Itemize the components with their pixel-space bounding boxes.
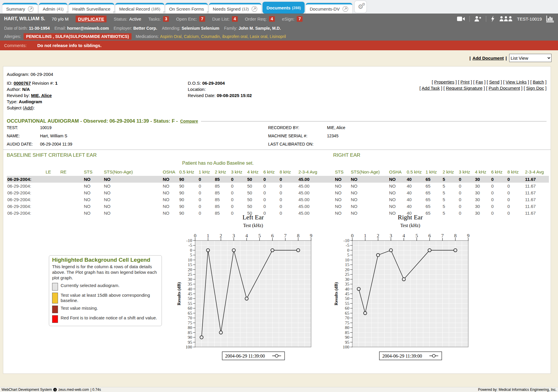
table-cell: 0: [263, 203, 279, 210]
counter-badge[interactable]: 7: [199, 16, 205, 22]
legend-item: Test value at least 15dB above correspon…: [52, 293, 159, 304]
table-cell: 90: [179, 189, 198, 196]
tab-documents[interactable]: Documents(288): [263, 2, 305, 14]
view-mode-select[interactable]: List View: [509, 54, 552, 62]
action-batch[interactable]: Batch: [533, 79, 544, 84]
counter-badge[interactable]: 4: [232, 16, 238, 22]
legend-item: Test value missing.: [52, 306, 159, 313]
table-row[interactable]: 06-29-2004:NONONO900850500045.00NONONO40…: [7, 176, 549, 183]
table-row[interactable]: 06-29-2004:NONONO900850500045.00NONONO40…: [7, 196, 549, 203]
compare-link[interactable]: Compare: [180, 119, 198, 124]
table-cell: 0: [458, 196, 474, 203]
svg-text:30: 30: [188, 277, 192, 282]
legend-text: Test value missing.: [61, 306, 98, 313]
table-cell: 65: [425, 189, 442, 196]
action-fax[interactable]: Fax: [476, 79, 483, 84]
action-properties[interactable]: Properties: [434, 79, 454, 84]
add-document-link[interactable]: Add Document: [472, 56, 504, 61]
medication-item[interactable]: Lasix oral,: [250, 34, 268, 39]
medication-item[interactable]: Coumadin,: [201, 34, 221, 39]
table-cell: 85: [214, 196, 230, 203]
table-cell: 0: [279, 203, 298, 210]
medication-item[interactable]: Calcium,: [184, 34, 200, 39]
divider: [486, 16, 486, 22]
document-id-link[interactable]: 0000767: [14, 81, 31, 86]
svg-text:100: 100: [343, 345, 350, 349]
action-push-document[interactable]: Push Document: [489, 86, 520, 91]
table-cell: 5: [442, 176, 458, 183]
info-icon[interactable]: i: [53, 388, 57, 391]
table-row[interactable]: 06-29-2004:NONONO900850500045.00NONONO40…: [7, 189, 549, 196]
svg-text:80: 80: [188, 325, 192, 330]
status-label: Status:: [114, 16, 127, 21]
info-row: AUDIO DATE:06-29-2004 11:39LAST CALIBRAT…: [7, 142, 545, 150]
info-value: MIE, Alice: [327, 125, 345, 130]
svg-text:Results (dB): Results (dB): [334, 282, 339, 306]
settings-gear-button[interactable]: ⚙ ⚙: [355, 1, 366, 13]
action-view-links[interactable]: View Links: [506, 79, 527, 84]
revised-date-label: Revised Date:: [188, 93, 215, 98]
chart-number: TEST-10019: [517, 16, 542, 21]
cell-legend-title: Highlighted Background Cell Legend: [52, 257, 159, 263]
tab-summary[interactable]: Summary: [2, 3, 38, 14]
id-label: ID:: [7, 81, 12, 86]
info-label: MACHINE SERIAL #:: [268, 134, 307, 138]
svg-text:60: 60: [188, 306, 192, 311]
tab-health-surveillance[interactable]: Health Surveillance: [69, 3, 114, 14]
legend-swatch: [52, 283, 58, 291]
footer-host-link[interactable]: zeus.med-web.com: [58, 388, 89, 392]
quick-actions-button[interactable]: [491, 16, 495, 22]
table-cell: 06-29-2004:: [7, 196, 45, 203]
revised-date-value: 09-08-2025 15:02: [217, 93, 252, 98]
table-cell: 45.00: [298, 189, 334, 196]
demographic-attending: Attending:Selenium Selenium: [162, 26, 219, 31]
table-cell: 5: [442, 189, 458, 196]
table-row[interactable]: 06-29-2004:NONONO900850500045.00NONONO40…: [7, 203, 549, 210]
allergies-value[interactable]: PENICILLINS , SULFA(SULFONAMIDE ANTIBIOT…: [24, 33, 132, 40]
table-cell: 0: [279, 196, 298, 203]
medication-item[interactable]: Aspirin Oral,: [160, 34, 183, 39]
care-team-button[interactable]: [499, 16, 513, 22]
svg-text:1: 1: [207, 233, 210, 238]
flowsheet-button[interactable]: [546, 16, 554, 22]
footer-load-time: | 0.74s: [90, 388, 101, 392]
tab-on-screen-forms[interactable]: On Screen Forms: [165, 3, 208, 14]
action-add-task[interactable]: Add Task: [422, 86, 440, 91]
table-cell: NO: [388, 196, 406, 203]
table-cell: 50: [247, 189, 263, 196]
demographic-value: horner@mieweb.com: [67, 26, 109, 31]
subject-add-link[interactable]: Add: [24, 105, 32, 110]
medication-item[interactable]: Lisinopril: [270, 34, 286, 39]
counter-badge[interactable]: 3: [163, 16, 169, 22]
action-print[interactable]: Print: [461, 79, 470, 84]
tab-admin[interactable]: Admin(41): [39, 3, 67, 14]
table-row[interactable]: 06-29-2004:NONONO900850500045.00NONONO40…: [7, 183, 549, 189]
table-cell: NO: [334, 196, 350, 203]
demographic-employer: Employer:Better Corp.: [114, 26, 157, 31]
table-cell: NO: [103, 196, 162, 203]
demographic-label: Employer:: [114, 26, 132, 31]
table-cell: NO: [162, 183, 179, 189]
add-user-button[interactable]: [474, 16, 481, 22]
document-actions-row1: [ Properties ] [ Print ] [ Fax ] [ Send …: [419, 79, 547, 85]
duplicate-flag[interactable]: DUPLICATE: [76, 16, 107, 22]
action-request-signature[interactable]: Request Signature: [446, 86, 482, 91]
counter-label: Due List:: [212, 16, 230, 21]
counter-badge[interactable]: 4: [269, 16, 275, 22]
table-cell: 0: [491, 176, 507, 183]
tab-documents-dv[interactable]: Documents-DV: [306, 3, 352, 14]
action-send[interactable]: Send: [489, 79, 499, 84]
video-camera-icon: [457, 16, 465, 21]
medication-item[interactable]: ibuprofen oral,: [222, 34, 249, 39]
tab-needs-signed[interactable]: Needs Signed(12): [209, 3, 261, 14]
table-cell: 90: [179, 203, 198, 210]
table-cell: 50: [247, 196, 263, 203]
video-visit-button[interactable]: [457, 16, 465, 21]
counter-badge[interactable]: 7: [297, 16, 303, 22]
tab-medical-record[interactable]: Medical Record(185): [115, 3, 164, 14]
table-cell: 45.00: [298, 203, 334, 210]
table-cell: [45, 203, 60, 210]
revised-by-link[interactable]: MIE, Alice: [31, 93, 52, 98]
action-sign-doc[interactable]: Sign Doc: [526, 86, 544, 91]
table-cell: 0: [491, 189, 507, 196]
